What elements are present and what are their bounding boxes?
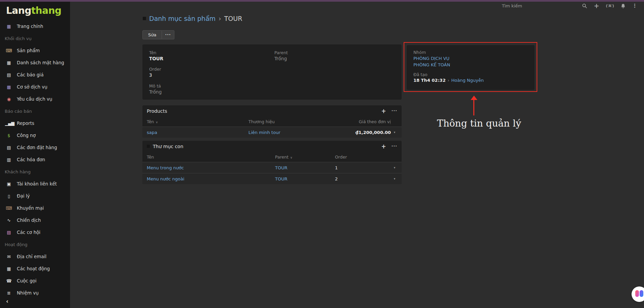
brain-icon: [635, 290, 644, 299]
subfolder-parent-link[interactable]: TOUR: [275, 165, 335, 170]
add-product-icon[interactable]: +: [381, 108, 386, 114]
folder-square-icon: [147, 145, 150, 148]
column-header-price[interactable]: Giá theo đơn vị: [340, 119, 391, 124]
sidebar-section-khach-hang: Khách hàng: [0, 166, 70, 178]
sidebar-item-trang-chinh[interactable]: ▦Trang chính: [0, 20, 70, 32]
field-label: Tên: [149, 50, 163, 55]
sidebar-item-cac-don-dat-hang[interactable]: ▤Các đơn đặt hàng: [0, 141, 70, 153]
quote-document-icon: ▤: [5, 72, 12, 77]
global-search-input[interactable]: Tìm kiếm: [502, 3, 522, 8]
subfolder-panel: Thư mục con + ••• Tên Parent∨ Order Menu…: [142, 141, 402, 184]
more-actions-button[interactable]: •••: [162, 30, 174, 39]
row-menu-caret-icon[interactable]: ▾: [391, 131, 398, 134]
field-label: Mô tả: [149, 83, 162, 89]
sidebar-item-cac-co-hoi[interactable]: ▤Các cơ hội: [0, 226, 70, 238]
brand-logo-part2: thang: [31, 5, 62, 16]
column-header-name[interactable]: Tên: [147, 155, 275, 160]
sidebar-section-hoat-dong: Hoạt động: [0, 238, 70, 250]
sidebar-item-cac-hoa-don[interactable]: ▥Các hóa đơn: [0, 153, 70, 166]
grid-icon: ▦: [5, 60, 12, 65]
field-value: 3: [149, 72, 161, 78]
field-value: Trống: [149, 89, 162, 95]
page-title: TOUR: [224, 15, 242, 22]
bell-icon[interactable]: [621, 3, 625, 8]
sidebar-item-label: Khuyến mại: [17, 205, 44, 211]
product-name-link[interactable]: sapa: [147, 130, 248, 135]
sidebar-item-chien-dich[interactable]: ∿Chiến dịch: [0, 214, 70, 226]
sidebar-collapse-button[interactable]: ‹: [6, 298, 8, 305]
sidebar-item-label: Các hóa đơn: [17, 157, 45, 162]
row-menu-caret-icon[interactable]: ▾: [391, 166, 398, 169]
panel-menu-icon[interactable]: •••: [392, 109, 397, 112]
field-name: Tên TOUR: [149, 50, 163, 62]
panel-menu-icon[interactable]: •••: [392, 145, 397, 148]
envelope-icon: ✉: [5, 254, 12, 259]
sidebar-section-bao-cao-ban: Báo cáo bán: [0, 105, 70, 117]
table-row: Menu nước ngoài TOUR 2 ▾: [142, 173, 402, 184]
opportunity-card-icon: ▤: [5, 230, 12, 235]
topbar: Tìm kiếm + ('A') ⋮: [70, 2, 644, 10]
subfolder-parent-link[interactable]: TOUR: [275, 176, 335, 181]
sidebar-item-tai-khoan-lien-ket[interactable]: ▣Tài khoản liên kết: [0, 178, 70, 190]
search-icon[interactable]: [582, 3, 587, 8]
product-brand-link[interactable]: Liên minh tour: [248, 130, 340, 135]
line-chart-icon: ∿: [5, 218, 12, 223]
quick-create-icon[interactable]: +: [594, 2, 599, 9]
breadcrumb-root-link[interactable]: Danh mục sản phẩm: [149, 15, 215, 22]
subfolder-name-link[interactable]: Menu nước ngoài: [147, 176, 275, 181]
sidebar-item-yeu-cau-dich-vu[interactable]: ◉Yêu cầu dịch vụ: [0, 93, 70, 105]
id-badge-icon: ▯: [5, 194, 12, 199]
dollar-icon: $: [5, 133, 12, 138]
sidebar-item-danh-sach-mat-hang[interactable]: ▦Danh sách mặt hàng: [0, 57, 70, 69]
created-date: 18 Th4 02:32: [413, 78, 446, 83]
edit-button[interactable]: Sửa: [142, 30, 162, 39]
sidebar-item-cuoc-goi[interactable]: ☎Cuộc gọi: [0, 275, 70, 287]
column-header-order[interactable]: Order: [335, 155, 391, 160]
task-list-icon: ≣: [5, 290, 12, 296]
sidebar-item-cac-hoat-dong[interactable]: ▦Các hoạt động: [0, 263, 70, 275]
subfolder-name-link[interactable]: Menu trong nước: [147, 165, 275, 170]
product-price: ₫1,200,000.00: [340, 130, 391, 135]
sidebar-item-dai-ly[interactable]: ▯Đại lý: [0, 190, 70, 202]
field-description: Mô tả Trống: [149, 83, 162, 95]
field-parent: Parent Trống: [274, 50, 288, 62]
linked-accounts-icon: ▣: [5, 181, 12, 186]
table-row: sapa Liên minh tour ₫1,200,000.00 ▾: [142, 127, 402, 138]
row-menu-caret-icon[interactable]: ▾: [391, 177, 398, 180]
sidebar-item-dia-chi-email[interactable]: ✉Địa chỉ email: [0, 250, 70, 263]
sidebar-item-san-pham[interactable]: ⌨Sản phẩm: [0, 44, 70, 57]
team-link[interactable]: PHÒNG KẾ TOÁN: [413, 62, 529, 68]
sidebar-item-label: Tài khoản liên kết: [17, 181, 57, 186]
target-icon: ◉: [5, 97, 12, 102]
sidebar-item-khuyen-mai[interactable]: ⌨Khuyến mại: [0, 202, 70, 214]
sidebar-item-label: Danh sách mặt hàng: [17, 60, 64, 65]
field-order: Order 3: [149, 67, 161, 78]
broadcast-icon[interactable]: ('A'): [606, 4, 614, 8]
column-header-brand[interactable]: Thương hiệu: [248, 119, 340, 124]
sidebar-item-cac-bao-gia[interactable]: ▤Các báo giá: [0, 69, 70, 81]
team-link[interactable]: PHÒNG DỊCH VỤ: [413, 56, 529, 61]
field-label: Đã tạo: [413, 72, 529, 77]
brand-logo[interactable]: Langthang: [6, 5, 61, 16]
add-subfolder-icon[interactable]: +: [381, 143, 386, 150]
service-grid-icon: ▩: [5, 84, 12, 90]
order-document-icon: ▤: [5, 145, 12, 150]
overview-panel: Tên TOUR Parent Trống Order 3 Mô tả Trốn…: [142, 44, 402, 100]
created-by-link[interactable]: Hoàng Nguyễn: [451, 78, 484, 83]
panel-title: Thư mục con: [147, 144, 183, 149]
sidebar-item-label: Chiến dịch: [17, 217, 41, 223]
column-header-name[interactable]: Tên∨: [147, 119, 248, 124]
subfolder-order: 2: [335, 176, 391, 181]
sidebar-item-nhiem-vu[interactable]: ≣Nhiệm vụ: [0, 287, 70, 299]
column-header-parent[interactable]: Parent∨: [275, 155, 335, 160]
sidebar-item-label: Nhiệm vụ: [17, 290, 39, 296]
kebab-menu-icon[interactable]: ⋮: [632, 3, 637, 9]
assistant-button[interactable]: [632, 286, 644, 302]
sidebar-item-cong-no[interactable]: $Công nợ: [0, 129, 70, 141]
subfolder-order: 1: [335, 165, 391, 170]
sidebar-item-co-so-dich-vu[interactable]: ▩Cơ sở dịch vụ: [0, 81, 70, 93]
sidebar-item-label: Cơ sở dịch vụ: [17, 84, 47, 90]
table-row: Menu trong nước TOUR 1 ▾: [142, 162, 402, 173]
sidebar-item-reports[interactable]: ▁▄▆Reports: [0, 117, 70, 129]
sidebar-nav: ▦Trang chính Khối dịch vụ ⌨Sản phẩm ▦Dan…: [0, 20, 70, 299]
